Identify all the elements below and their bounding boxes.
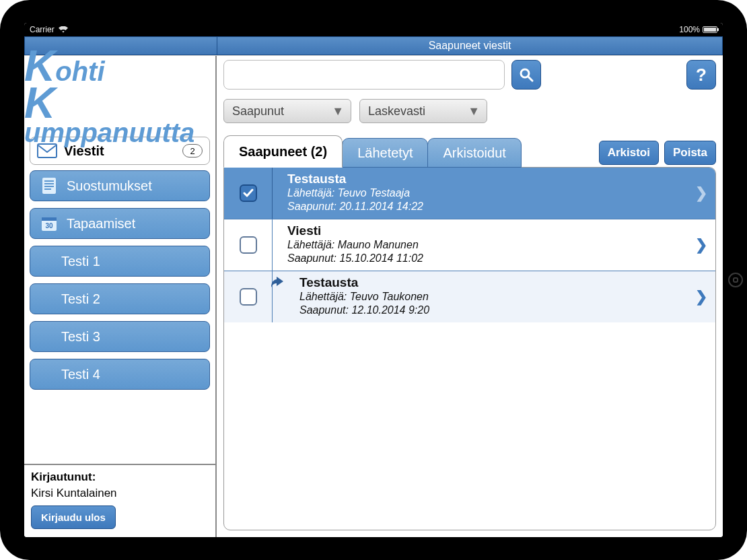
svg-line-10 bbox=[528, 77, 532, 81]
svg-rect-5 bbox=[44, 188, 51, 190]
svg-text:30: 30 bbox=[45, 222, 53, 230]
message-checkbox[interactable] bbox=[240, 288, 257, 306]
message-sender: Lähettäjä: Teuvo Testaaja bbox=[287, 186, 679, 200]
chevron-right-icon: ❯ bbox=[687, 219, 715, 271]
main-panel: ? Saapunut ▼ Laskevasti ▼ Saapuneet bbox=[217, 56, 723, 537]
chevron-right-icon: ❯ bbox=[687, 271, 715, 322]
sidebar-item-test4[interactable]: Testi 4 bbox=[30, 359, 210, 390]
tab-archived[interactable]: Arkistoidut bbox=[427, 138, 521, 168]
svg-rect-7 bbox=[42, 217, 57, 221]
search-input[interactable] bbox=[223, 60, 505, 90]
message-arrived: Saapunut: 15.10.2014 11:02 bbox=[287, 252, 679, 265]
document-icon bbox=[40, 177, 59, 195]
logged-in-label: Kirjautunut: bbox=[31, 470, 209, 484]
tab-label: Arkistoidut bbox=[443, 145, 505, 161]
message-title: Testausta bbox=[287, 172, 679, 186]
message-checkbox[interactable] bbox=[240, 236, 257, 254]
svg-rect-4 bbox=[44, 186, 54, 187]
sidebar-item-label: Testi 2 bbox=[61, 291, 100, 307]
tab-label: Saapuneet (2) bbox=[239, 144, 327, 160]
sidebar-item-test2[interactable]: Testi 2 bbox=[30, 283, 210, 314]
message-list: Testausta Lähettäjä: Teuvo Testaaja Saap… bbox=[223, 167, 716, 530]
dropdown-label: Laskevasti bbox=[368, 104, 462, 118]
message-sender: Lähettäjä: Teuvo Taukonen bbox=[299, 290, 679, 304]
carrier-label: Carrier bbox=[30, 25, 55, 34]
delete-button[interactable]: Poista bbox=[664, 141, 716, 165]
sidebar-item-meetings[interactable]: 30 Tapaamiset bbox=[30, 208, 210, 239]
message-row[interactable]: Viesti Lähettäjä: Mauno Manunen Saapunut… bbox=[224, 219, 715, 271]
sidebar-item-test1[interactable]: Testi 1 bbox=[30, 246, 210, 277]
reply-icon bbox=[271, 277, 285, 290]
sidebar-item-label: Tapaamiset bbox=[67, 216, 135, 232]
battery-icon bbox=[703, 26, 717, 33]
screen: Carrier 100% Saapuneet viestit Kohti bbox=[24, 23, 723, 537]
message-row[interactable]: Testausta Lähettäjä: Teuvo Testaaja Saap… bbox=[224, 168, 715, 219]
help-icon: ? bbox=[696, 65, 707, 85]
home-button[interactable] bbox=[728, 273, 743, 287]
sidebar-item-consents[interactable]: Suostumukset bbox=[30, 170, 210, 201]
page-title: Saapuneet viestit bbox=[217, 37, 722, 55]
logout-button[interactable]: Kirjaudu ulos bbox=[31, 505, 116, 529]
message-checkbox[interactable] bbox=[240, 184, 257, 202]
sidebar-item-label: Testi 4 bbox=[61, 367, 100, 382]
sidebar: Kohti Kumppanuutta Viestit 2 bbox=[24, 56, 217, 537]
message-title: Testausta bbox=[299, 275, 679, 290]
sort-dropdown[interactable]: Laskevasti ▼ bbox=[359, 99, 487, 123]
svg-rect-2 bbox=[44, 180, 54, 182]
tab-label: Lähetetyt bbox=[357, 145, 413, 161]
wifi-icon bbox=[59, 26, 68, 33]
tab-inbox[interactable]: Saapuneet (2) bbox=[223, 135, 343, 168]
svg-rect-3 bbox=[44, 183, 54, 184]
message-row[interactable]: Testausta Lähettäjä: Teuvo Taukonen Saap… bbox=[224, 271, 715, 322]
archive-button[interactable]: Arkistoi bbox=[599, 141, 659, 165]
chevron-down-icon: ▼ bbox=[332, 104, 344, 118]
logged-in-user: Kirsi Kuntalainen bbox=[31, 487, 209, 500]
tablet-frame: Carrier 100% Saapuneet viestit Kohti bbox=[0, 0, 747, 560]
dropdown-label: Saapunut bbox=[232, 104, 326, 118]
status-bar: Carrier 100% bbox=[24, 23, 723, 36]
chevron-down-icon: ▼ bbox=[468, 104, 480, 118]
sidebar-item-test3[interactable]: Testi 3 bbox=[30, 321, 210, 352]
sidebar-item-label: Suostumukset bbox=[67, 178, 152, 194]
message-title: Viesti bbox=[287, 223, 679, 238]
sidebar-item-label: Testi 3 bbox=[61, 329, 100, 345]
sidebar-footer: Kirjautunut: Kirsi Kuntalainen Kirjaudu … bbox=[24, 464, 215, 537]
search-icon bbox=[519, 67, 534, 82]
filter-dropdown[interactable]: Saapunut ▼ bbox=[223, 99, 351, 123]
app-logo: Kohti Kumppanuutta bbox=[24, 56, 215, 137]
calendar-icon: 30 bbox=[40, 215, 59, 232]
sidebar-item-label: Testi 1 bbox=[61, 254, 100, 269]
battery-label: 100% bbox=[679, 25, 700, 34]
search-button[interactable] bbox=[511, 60, 541, 90]
help-button[interactable]: ? bbox=[686, 60, 716, 90]
chevron-right-icon: ❯ bbox=[687, 168, 715, 219]
message-arrived: Saapunut: 12.10.2014 9:20 bbox=[299, 304, 679, 317]
tab-sent[interactable]: Lähetetyt bbox=[342, 138, 428, 168]
message-arrived: Saapunut: 20.11.2014 14:22 bbox=[287, 200, 679, 213]
message-sender: Lähettäjä: Mauno Manunen bbox=[287, 238, 679, 252]
